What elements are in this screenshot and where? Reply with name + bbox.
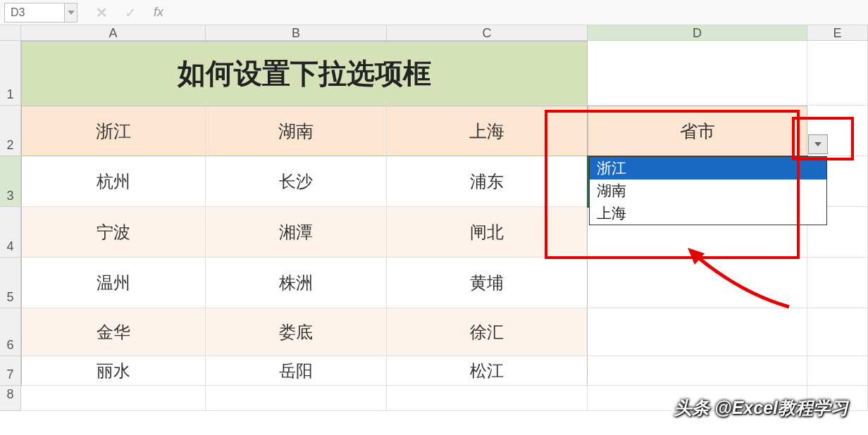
cell-d1[interactable] xyxy=(588,41,807,106)
cell-e5[interactable] xyxy=(807,258,868,308)
column-headers: A B C D E xyxy=(0,25,868,41)
cell-a4[interactable]: 宁波 xyxy=(21,207,206,258)
dropdown-option-1[interactable]: 湖南 xyxy=(590,179,826,202)
cell-e7[interactable] xyxy=(807,356,868,386)
row-header-3[interactable]: 3 xyxy=(0,156,21,207)
cell-d2[interactable]: 省市 xyxy=(588,106,807,156)
name-box[interactable]: D3 xyxy=(4,3,65,23)
row-5: 5 温州 株洲 黄埔 xyxy=(0,258,868,308)
fx-icon[interactable]: fx xyxy=(154,5,163,20)
cell-c3[interactable]: 浦东 xyxy=(387,156,588,207)
formula-bar-icons: ✕ ✓ fx xyxy=(96,4,163,21)
cell-a7[interactable]: 丽水 xyxy=(21,356,206,386)
cell-d6[interactable] xyxy=(588,308,807,356)
row-header-8[interactable]: 8 xyxy=(0,386,21,411)
dropdown-option-0[interactable]: 浙江 xyxy=(590,157,826,179)
col-header-a[interactable]: A xyxy=(21,25,206,41)
cell-a5[interactable]: 温州 xyxy=(21,258,206,308)
name-box-dropdown[interactable] xyxy=(65,3,78,23)
cell-e1[interactable] xyxy=(807,41,868,106)
dropdown-arrow-button[interactable] xyxy=(808,134,828,154)
select-all-corner[interactable] xyxy=(0,25,21,41)
chevron-down-icon xyxy=(814,141,822,147)
watermark: 头条 @Excel教程学习 xyxy=(674,396,848,420)
cell-b2[interactable]: 湖南 xyxy=(206,106,387,156)
col-header-d[interactable]: D xyxy=(588,25,807,41)
cell-b8[interactable] xyxy=(206,386,387,411)
col-header-e[interactable]: E xyxy=(807,25,868,41)
col-header-c[interactable]: C xyxy=(387,25,588,41)
row-header-4[interactable]: 4 xyxy=(0,207,21,258)
cell-c2[interactable]: 上海 xyxy=(387,106,588,156)
spreadsheet-grid: A B C D E 1 如何设置下拉选项框 2 浙江 湖南 上海 省市 3 杭州… xyxy=(0,25,868,435)
cell-b4[interactable]: 湘潭 xyxy=(206,207,387,258)
row-header-6[interactable]: 6 xyxy=(0,308,21,356)
row-2: 2 浙江 湖南 上海 省市 xyxy=(0,106,868,156)
cell-c4[interactable]: 闸北 xyxy=(387,207,588,258)
chevron-down-icon xyxy=(68,11,75,15)
dropdown-list: 浙江 湖南 上海 xyxy=(589,156,827,225)
cell-b6[interactable]: 娄底 xyxy=(206,308,387,356)
cell-c8[interactable] xyxy=(387,386,588,411)
cell-a3[interactable]: 杭州 xyxy=(21,156,206,207)
formula-bar: D3 ✕ ✓ fx xyxy=(0,0,868,25)
col-header-b[interactable]: B xyxy=(206,25,387,41)
cell-a2[interactable]: 浙江 xyxy=(21,106,206,156)
row-header-7[interactable]: 7 xyxy=(0,356,21,386)
row-7: 7 丽水 岳阳 松江 xyxy=(0,356,868,386)
cell-c6[interactable]: 徐汇 xyxy=(387,308,588,356)
name-box-value: D3 xyxy=(11,6,25,19)
cell-a8[interactable] xyxy=(21,386,206,411)
row-6: 6 金华 娄底 徐汇 xyxy=(0,308,868,356)
title-cell[interactable]: 如何设置下拉选项框 xyxy=(21,41,588,106)
cell-b3[interactable]: 长沙 xyxy=(206,156,387,207)
cell-e6[interactable] xyxy=(807,308,868,356)
cancel-icon[interactable]: ✕ xyxy=(96,4,108,21)
cell-d7[interactable] xyxy=(588,356,807,386)
cell-b5[interactable]: 株洲 xyxy=(206,258,387,308)
row-header-1[interactable]: 1 xyxy=(0,41,21,106)
row-header-5[interactable]: 5 xyxy=(0,258,21,308)
row-header-2[interactable]: 2 xyxy=(0,106,21,156)
cell-b7[interactable]: 岳阳 xyxy=(206,356,387,386)
dropdown-option-2[interactable]: 上海 xyxy=(590,202,826,225)
enter-icon[interactable]: ✓ xyxy=(125,4,137,21)
cell-d5[interactable] xyxy=(588,258,807,308)
cell-c7[interactable]: 松江 xyxy=(387,356,588,386)
row-1: 1 如何设置下拉选项框 xyxy=(0,41,868,106)
cell-a6[interactable]: 金华 xyxy=(21,308,206,356)
cell-c5[interactable]: 黄埔 xyxy=(387,258,588,308)
